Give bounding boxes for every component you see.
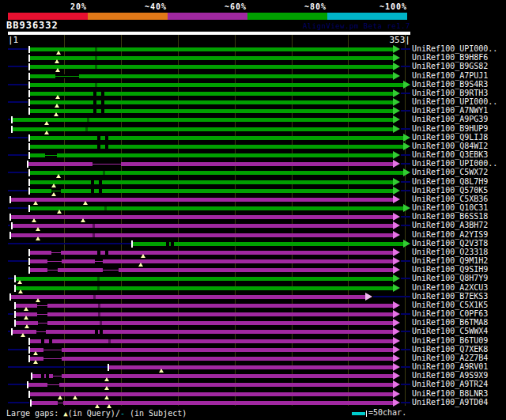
- hit-arrow-icon[interactable]: [403, 240, 410, 248]
- hit-arrow-icon[interactable]: [393, 399, 400, 407]
- hit-label[interactable]: UniRef100_A9PG39: [412, 115, 488, 124]
- hit-label[interactable]: UniRef100_C5WWX4: [412, 327, 488, 336]
- large-gap-triangle-icon: [33, 351, 38, 355]
- large-gap-triangle-icon: [55, 95, 60, 99]
- hit-arrow-icon[interactable]: [393, 54, 400, 62]
- hit-arrow-icon[interactable]: [393, 310, 400, 318]
- hit-label[interactable]: UniRef100_Q8H7Y9: [412, 274, 488, 283]
- hit-arrow-icon[interactable]: [393, 107, 400, 115]
- hit-bar[interactable]: [11, 215, 393, 219]
- hit-arrow-icon[interactable]: [403, 134, 410, 142]
- hit-label[interactable]: UniRef100_A9TR24: [412, 380, 488, 389]
- hit-bar[interactable]: [11, 198, 393, 202]
- scale-label-80: ~80%: [304, 2, 327, 11]
- hit-bar[interactable]: [30, 92, 393, 96]
- hit-arrow-icon[interactable]: [393, 221, 400, 229]
- hsp-break: [91, 189, 94, 193]
- hit-arrow-icon[interactable]: [393, 284, 400, 292]
- scale-segment-orange: [88, 13, 168, 20]
- hit-arrow-icon[interactable]: [393, 178, 400, 186]
- hit-bar[interactable]: [30, 145, 403, 149]
- hit-bar[interactable]: [30, 56, 393, 60]
- hit-arrow-icon[interactable]: [393, 337, 400, 345]
- hit-bar[interactable]: [30, 74, 393, 78]
- hit-bar[interactable]: [30, 259, 393, 263]
- hit-arrow-icon[interactable]: [393, 390, 400, 398]
- hit-arrow-icon[interactable]: [393, 319, 400, 327]
- hit-bar[interactable]: [30, 339, 393, 343]
- hit-bar[interactable]: [16, 321, 393, 325]
- hit-bar[interactable]: [13, 127, 393, 131]
- hit-arrow-icon[interactable]: [393, 213, 400, 221]
- hit-arrow-icon[interactable]: [393, 125, 400, 133]
- hit-bar[interactable]: [16, 312, 393, 316]
- hit-arrow-icon[interactable]: [393, 89, 400, 97]
- hit-bar[interactable]: [30, 153, 393, 157]
- hit-arrow-icon[interactable]: [393, 380, 400, 388]
- hit-bar[interactable]: [16, 286, 393, 290]
- hit-bar[interactable]: [30, 136, 403, 140]
- hit-arrow-icon[interactable]: [393, 62, 400, 70]
- hit-bar[interactable]: [13, 224, 393, 228]
- hit-bar[interactable]: [13, 118, 393, 122]
- hit-label[interactable]: UniRef100_C5WX72: [412, 168, 488, 177]
- hit-arrow-icon[interactable]: [393, 151, 400, 159]
- hit-bar[interactable]: [32, 401, 393, 405]
- hit-arrow-icon[interactable]: [403, 142, 410, 150]
- legend-scale-tick: [366, 411, 367, 417]
- hit-arrow-icon[interactable]: [403, 81, 410, 89]
- hit-arrow-icon[interactable]: [393, 160, 400, 168]
- hit-bar[interactable]: [28, 383, 393, 387]
- hit-bar[interactable]: [30, 348, 393, 352]
- hit-bar[interactable]: [30, 171, 403, 175]
- hit-arrow-icon[interactable]: [393, 195, 400, 203]
- hit-bar[interactable]: [109, 365, 393, 369]
- hit-bar[interactable]: [30, 65, 393, 69]
- hit-arrow-icon[interactable]: [403, 168, 410, 176]
- hit-arrow-icon[interactable]: [393, 274, 400, 282]
- hit-arrow-icon[interactable]: [365, 293, 372, 301]
- hit-bar[interactable]: [32, 374, 393, 378]
- hit-arrow-icon[interactable]: [393, 372, 400, 380]
- hit-arrow-icon[interactable]: [393, 45, 400, 53]
- hit-bar[interactable]: [30, 47, 393, 51]
- hsp-join-notch: [95, 47, 97, 51]
- hit-label[interactable]: UniRef100_B9GS82: [412, 62, 488, 71]
- hit-label[interactable]: UniRef100_A9TD04: [412, 398, 488, 407]
- hit-bar[interactable]: [30, 100, 393, 104]
- hit-bar[interactable]: [11, 295, 365, 299]
- hit-arrow-icon[interactable]: [393, 248, 400, 256]
- hit-bar[interactable]: [30, 206, 403, 210]
- hit-arrow-icon[interactable]: [393, 363, 400, 371]
- hsp-join-notch: [93, 295, 96, 299]
- hit-arrow-icon[interactable]: [393, 115, 400, 123]
- hit-arrow-icon[interactable]: [393, 72, 400, 80]
- hit-arrow-icon[interactable]: [393, 231, 400, 239]
- hit-bar[interactable]: [30, 268, 393, 272]
- hit-arrow-icon[interactable]: [393, 346, 400, 354]
- hit-arrow-icon[interactable]: [393, 187, 400, 195]
- hit-bar[interactable]: [16, 277, 393, 281]
- hit-bar[interactable]: [28, 162, 393, 166]
- hit-arrow-icon[interactable]: [393, 266, 400, 274]
- hsp-join-notch: [108, 339, 111, 343]
- large-gap-triangle-icon: [33, 201, 38, 205]
- hit-bar[interactable]: [11, 233, 393, 237]
- hit-arrow-icon[interactable]: [393, 257, 400, 265]
- hit-bar[interactable]: [30, 392, 393, 396]
- hit-arrow-icon[interactable]: [393, 327, 400, 335]
- hit-arrow-icon[interactable]: [393, 301, 400, 309]
- hit-bar[interactable]: [16, 304, 393, 308]
- hit-bar[interactable]: [30, 357, 393, 361]
- hit-bar[interactable]: [30, 251, 393, 255]
- hit-arrow-icon[interactable]: [403, 204, 410, 212]
- hit-bar[interactable]: [30, 189, 393, 193]
- hit-arrow-icon[interactable]: [393, 98, 400, 106]
- hit-label[interactable]: UniRef100_A3BH72: [412, 221, 488, 230]
- hit-bar[interactable]: [30, 180, 393, 184]
- hit-arrow-icon[interactable]: [393, 354, 400, 362]
- hit-bar[interactable]: [30, 83, 403, 87]
- hit-bar[interactable]: [30, 109, 393, 113]
- hit-bar[interactable]: [13, 330, 393, 334]
- large-gap-triangle-icon: [24, 316, 28, 320]
